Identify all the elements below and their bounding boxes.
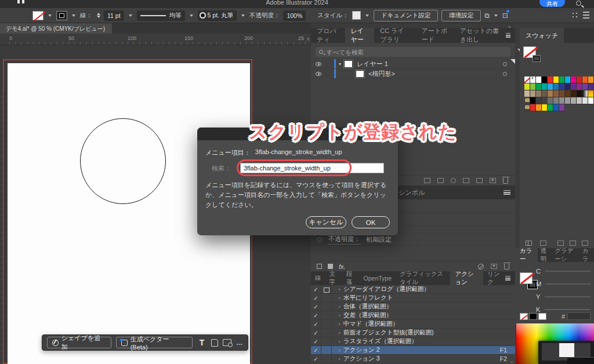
swatch-cell[interactable]: [524, 83, 530, 90]
delete-item-icon[interactable]: [504, 264, 509, 270]
action-name[interactable]: アクション 2: [343, 346, 380, 354]
opacity-field[interactable]: 100%: [283, 10, 306, 21]
action-name[interactable]: シアーダイアログ（選択範囲）: [343, 285, 430, 293]
layer-row[interactable]: ▾ レイヤー 1: [311, 59, 515, 69]
expand-chevron-icon[interactable]: ›: [335, 296, 343, 301]
effects-fx-icon[interactable]: fx.: [339, 263, 346, 270]
panel-menu-icon[interactable]: [505, 276, 510, 281]
layers-search-input[interactable]: [327, 49, 483, 56]
action-row[interactable]: ✓ › 前面オブジェクト型抜(選択範囲): [311, 329, 515, 337]
snap-options-icon[interactable]: ⊡: [502, 12, 508, 20]
action-dialog-toggle[interactable]: [321, 346, 332, 354]
new-fill-icon[interactable]: [328, 264, 333, 269]
swatch-cell[interactable]: [559, 97, 565, 104]
visibility-eye-icon[interactable]: [316, 72, 321, 76]
swatch-cell[interactable]: [577, 97, 582, 104]
tab-opentype[interactable]: OpenType: [360, 271, 396, 285]
none-quick-swatch[interactable]: [520, 313, 528, 320]
scrollbar-up-arrow[interactable]: ∧: [306, 36, 310, 42]
expand-chevron-icon[interactable]: ›: [335, 348, 343, 353]
action-row[interactable]: ✓ › 水平にリフレクト: [311, 294, 515, 303]
hex-input[interactable]: [567, 312, 591, 320]
expand-chevron-icon[interactable]: ›: [335, 304, 343, 310]
opacity-value[interactable]: 初期設定: [366, 235, 392, 244]
share-button[interactable]: 共有: [539, 0, 565, 7]
new-document-icon[interactable]: [211, 339, 218, 347]
swatch-libraries-icon[interactable]: [526, 241, 532, 246]
swatch-cell[interactable]: [524, 77, 530, 83]
swatch-cell[interactable]: [553, 77, 559, 83]
action-dialog-toggle[interactable]: [321, 303, 332, 311]
search-icon[interactable]: [576, 1, 581, 6]
new-sublayer-icon[interactable]: [476, 178, 483, 183]
action-name[interactable]: 合体（選択範囲）: [343, 303, 392, 311]
swatch-cell[interactable]: [553, 104, 559, 111]
chevron-down-icon[interactable]: [365, 14, 369, 17]
swatch-cell[interactable]: [548, 90, 553, 97]
action-check-icon[interactable]: ✓: [311, 311, 321, 319]
swatch-cell[interactable]: [582, 83, 588, 90]
tab-character[interactable]: 文字: [325, 271, 343, 285]
tab-color[interactable]: カラー: [515, 248, 538, 262]
swatch-cell[interactable]: [559, 83, 565, 90]
swatch-cell[interactable]: [577, 77, 582, 83]
workspace-grid-icon[interactable]: [571, 12, 578, 19]
action-check-icon[interactable]: ✓: [311, 294, 321, 302]
expand-chevron-icon[interactable]: ›: [335, 287, 343, 292]
document-setup-button[interactable]: ドキュメント設定: [374, 10, 438, 21]
action-row[interactable]: ✓ › シアーダイアログ（選択範囲）: [311, 285, 515, 294]
action-check-icon[interactable]: ✓: [311, 337, 321, 345]
layers-search-bar[interactable]: [316, 47, 510, 57]
tab-stroke[interactable]: 線: [311, 271, 325, 285]
swatch-cell[interactable]: [536, 90, 542, 97]
menu-item-search-input[interactable]: [240, 163, 384, 173]
tab-layers[interactable]: レイヤー: [345, 28, 375, 43]
swatch-cell[interactable]: [588, 97, 594, 104]
add-shape-button[interactable]: シェイプを追加: [47, 337, 111, 348]
panel-menu-icon[interactable]: [506, 33, 510, 38]
swatch-cell[interactable]: [542, 77, 548, 83]
swatch-cell[interactable]: [542, 83, 548, 90]
swatch-cell[interactable]: [565, 97, 571, 104]
action-name[interactable]: 前面オブジェクト型抜(選択範囲): [343, 329, 433, 337]
delete-layer-icon[interactable]: [503, 178, 508, 184]
swatch-cell[interactable]: [582, 90, 588, 97]
swatch-grid[interactable]: [524, 77, 594, 111]
swatch-cell[interactable]: [588, 83, 594, 90]
swatch-cell[interactable]: [565, 83, 571, 90]
tab-gradient[interactable]: グラデーシ: [552, 248, 579, 262]
generate-vector-button[interactable]: 生成ベクター (Beta): [116, 337, 193, 348]
new-group-icon[interactable]: [582, 241, 588, 246]
swatch-cell[interactable]: [571, 83, 577, 90]
action-name[interactable]: 中マド（選択範囲）: [343, 320, 399, 328]
swatch-cell[interactable]: [588, 77, 594, 83]
action-dialog-toggle[interactable]: [321, 294, 332, 302]
target-circle-icon[interactable]: [503, 62, 507, 66]
yellow-slider[interactable]: Y: [536, 291, 591, 303]
action-name[interactable]: ラスタライズ（選択範囲）: [343, 337, 417, 345]
fill-none-swatch[interactable]: [520, 272, 533, 284]
swatch-cell[interactable]: [571, 97, 577, 104]
action-dialog-toggle[interactable]: [321, 337, 332, 345]
clear-appearance-icon[interactable]: [478, 264, 484, 270]
fill-stroke-indicator[interactable]: [520, 272, 537, 289]
workspace-list-icon[interactable]: [583, 12, 589, 19]
swatch-options-icon[interactable]: [570, 241, 576, 246]
tab-color-guide[interactable]: カラ: [579, 248, 594, 262]
layer-row[interactable]: <楕円形>: [311, 69, 515, 79]
panel-menu-icon[interactable]: [504, 190, 510, 195]
swatch-cell[interactable]: [536, 104, 542, 111]
swatch-cell[interactable]: [530, 104, 536, 111]
swatch-cell[interactable]: [553, 90, 559, 97]
preferences-button[interactable]: 環境設定: [441, 10, 481, 21]
text-tool-button[interactable]: T: [197, 338, 207, 347]
stroke-profile-field[interactable]: 均等: [137, 10, 185, 21]
action-check-icon[interactable]: ✓: [311, 346, 321, 354]
layer-thumbnail[interactable]: [344, 60, 353, 68]
cyan-slider[interactable]: C: [536, 265, 591, 277]
swatch-cell[interactable]: [577, 83, 582, 90]
swatch-cell[interactable]: [559, 77, 565, 83]
swatch-cell[interactable]: [536, 77, 542, 83]
stroke-width-field[interactable]: 11 pt: [104, 10, 124, 21]
action-dialog-toggle[interactable]: [321, 355, 332, 363]
